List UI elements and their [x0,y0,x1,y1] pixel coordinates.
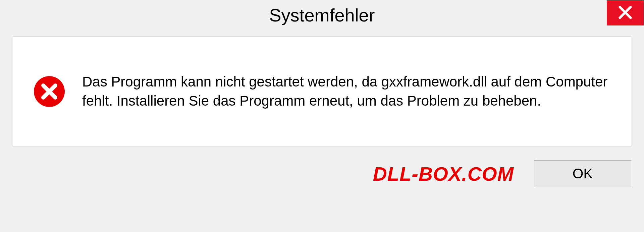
dialog-title: Systemfehler [269,5,375,25]
content-panel: Das Programm kann nicht gestartet werden… [13,36,631,147]
watermark-text: DLL-BOX.COM [373,163,514,185]
error-dialog: Systemfehler Das Programm kann nicht ges… [0,0,644,232]
titlebar: Systemfehler [0,0,644,30]
ok-button[interactable]: OK [534,160,631,187]
close-icon [617,4,633,22]
dialog-footer: DLL-BOX.COM OK [0,147,644,187]
error-icon [33,75,65,108]
close-button[interactable] [607,0,644,25]
error-message: Das Programm kann nicht gestartet werden… [82,72,614,110]
